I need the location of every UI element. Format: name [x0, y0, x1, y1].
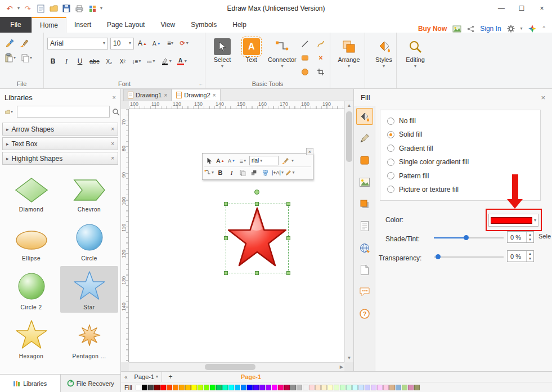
editing-button[interactable]: Editing ▾	[400, 36, 430, 69]
palette-color[interactable]	[396, 385, 401, 390]
resize-handle-nw[interactable]	[224, 202, 228, 206]
option-gradient-fill[interactable]: Gradient fill	[387, 142, 533, 155]
mini-align-objects-icon[interactable]	[261, 168, 270, 178]
paint-brush-icon[interactable]	[18, 38, 30, 49]
resize-handle-ne[interactable]	[286, 202, 290, 206]
horizontal-scroll-thumb[interactable]	[205, 364, 255, 370]
vertical-scroll-thumb[interactable]	[346, 111, 352, 162]
vertical-scrollbar[interactable]: ▲ ▼	[344, 101, 353, 362]
settings-gear-icon[interactable]	[507, 25, 515, 33]
palette-color[interactable]	[358, 385, 364, 390]
layout-tool-icon[interactable]	[356, 262, 373, 278]
format-painter-icon[interactable]	[3, 38, 16, 49]
share-icon[interactable]	[467, 25, 474, 33]
delete-tool-icon[interactable]: ×	[315, 52, 326, 64]
palette-color[interactable]	[136, 385, 141, 390]
option-no-fill[interactable]: No fill	[387, 115, 533, 127]
palette-color[interactable]	[402, 385, 407, 390]
line-tool-panel-icon[interactable]	[356, 130, 373, 147]
fill-tool-icon[interactable]	[356, 108, 373, 125]
print-icon[interactable]	[74, 3, 84, 13]
spin-up-icon[interactable]: ▲	[527, 232, 533, 237]
section-close-icon[interactable]: ×	[111, 141, 114, 147]
palette-color[interactable]	[408, 385, 414, 390]
palette-color[interactable]	[142, 385, 147, 390]
mini-align-button[interactable]: ≡▾	[238, 156, 248, 165]
palette-color[interactable]	[352, 385, 358, 390]
palette-color[interactable]	[315, 385, 321, 390]
horizontal-scrollbar[interactable]: ▶	[129, 362, 344, 371]
rotation-handle[interactable]	[254, 190, 259, 195]
resize-handle-w[interactable]	[224, 236, 228, 240]
tab-symbols[interactable]: Symbols	[183, 17, 225, 33]
resize-handle-sw[interactable]	[224, 271, 228, 275]
scroll-right-icon[interactable]: ▶	[340, 363, 343, 371]
curve-tool-icon[interactable]	[315, 38, 326, 49]
radio-icon[interactable]	[387, 159, 394, 166]
select-tool-button[interactable]: Select ▾	[209, 36, 236, 78]
fill-panel-close-icon[interactable]: ×	[541, 93, 545, 102]
palette-color[interactable]	[210, 385, 216, 390]
tab-insert[interactable]: Insert	[66, 17, 99, 33]
shade-tint-slider[interactable]	[434, 234, 504, 241]
palette-color[interactable]	[303, 385, 308, 390]
crop-tool-icon[interactable]	[315, 66, 326, 78]
scroll-up-icon[interactable]: ▲	[345, 101, 353, 110]
grow-font-button[interactable]: A▲	[136, 38, 149, 49]
mini-format-painter-icon[interactable]	[280, 156, 290, 165]
arrange-button[interactable]: Arrange ▾	[334, 36, 364, 69]
copy-icon[interactable]: ▾	[20, 52, 34, 64]
radio-icon[interactable]	[387, 172, 394, 179]
connector-tool-button[interactable]: Connector ▾	[267, 36, 297, 78]
bullet-list-button[interactable]: ≔▾	[145, 56, 157, 67]
palette-color[interactable]	[266, 385, 271, 390]
palette-color[interactable]	[216, 385, 222, 390]
library-shape-diamond[interactable]: Diamond	[2, 168, 60, 215]
tab-help[interactable]: Help	[225, 17, 254, 33]
font-size-select[interactable]: 10▾	[110, 38, 134, 49]
option-picture-texture-fill[interactable]: Picture or texture fill	[387, 183, 533, 196]
bottom-tab-libraries[interactable]: Libraries	[0, 375, 61, 392]
palette-color[interactable]	[365, 385, 370, 390]
palette-color[interactable]	[167, 385, 172, 390]
transparency-slider-thumb[interactable]	[436, 254, 441, 259]
tab-view[interactable]: View	[152, 17, 183, 33]
subscript-button[interactable]: X₂	[104, 56, 115, 67]
mini-connector-icon[interactable]: ▾	[204, 168, 214, 178]
palette-color[interactable]	[235, 385, 240, 390]
page-tab[interactable]: Page-1 ▾	[131, 372, 163, 382]
palette-color[interactable]	[160, 385, 166, 390]
palette-color[interactable]	[198, 385, 203, 390]
palette-color[interactable]	[278, 385, 284, 390]
buy-now-link[interactable]: Buy Now	[418, 25, 447, 33]
undo-dropdown-icon[interactable]: ▾	[17, 6, 20, 11]
qat-customize-icon[interactable]: ▾	[100, 6, 102, 11]
palette-color[interactable]	[414, 385, 420, 390]
palette-color[interactable]	[389, 385, 395, 390]
resize-handle-se[interactable]	[286, 271, 290, 275]
sign-in-link[interactable]: Sign In	[480, 25, 501, 33]
line-spacing-button[interactable]: ↕≡▾	[131, 56, 143, 67]
buy-image-icon[interactable]	[452, 25, 461, 33]
search-icon[interactable]	[112, 108, 120, 116]
doc-tab-close-icon[interactable]: ×	[213, 92, 216, 98]
transparency-slider[interactable]	[434, 253, 504, 260]
mini-layers-icon[interactable]	[249, 168, 259, 178]
palette-color[interactable]	[247, 385, 253, 390]
palette-color[interactable]	[179, 385, 185, 390]
doc-tab-close-icon[interactable]: ×	[164, 92, 167, 98]
palette-color[interactable]	[253, 385, 259, 390]
palette-color[interactable]	[321, 385, 327, 390]
superscript-button[interactable]: X²	[117, 56, 128, 67]
palette-color[interactable]	[154, 385, 160, 390]
help-tool-icon[interactable]: ?	[356, 305, 373, 322]
mini-grow-font-button[interactable]: A▲	[216, 156, 225, 165]
shade-slider-thumb[interactable]	[464, 235, 469, 240]
page-properties-icon[interactable]	[356, 218, 373, 235]
mini-shrink-font-button[interactable]: A▼	[227, 156, 236, 165]
option-solid-fill[interactable]: Solid fill	[387, 128, 533, 141]
mini-copy-icon[interactable]	[238, 168, 248, 178]
redo-icon[interactable]: ↷	[23, 3, 33, 13]
palette-color[interactable]	[259, 385, 265, 390]
bottom-tab-file-recovery[interactable]: File Recovery	[61, 375, 121, 392]
